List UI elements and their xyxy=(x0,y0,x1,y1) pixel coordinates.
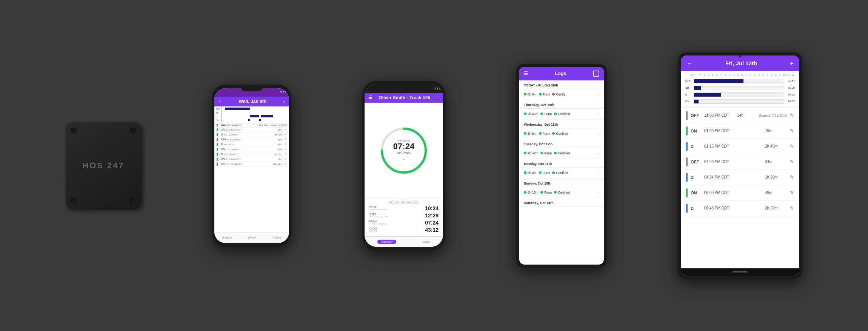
badge-dot-green-1 xyxy=(524,93,526,95)
log-entry-tue[interactable]: 7h 42m Form Certified › xyxy=(519,148,604,159)
phone2-notch xyxy=(392,81,416,88)
driving-time: 07:24 xyxy=(393,142,414,151)
detail-status-3: OFF xyxy=(691,160,701,164)
col-7: 7 xyxy=(719,74,723,77)
detail-edit-4[interactable]: ✎ xyxy=(790,174,794,180)
chart-grid: OFF SB D xyxy=(216,107,288,122)
detail-status-1: ON xyxy=(691,129,701,133)
tablet2-add-btn[interactable]: + xyxy=(790,60,793,66)
log-entry-wed[interactable]: 8h 6m Form Certified › xyxy=(519,128,604,139)
col-9: 9 xyxy=(728,74,732,77)
chevron-down-icon: ⌄ xyxy=(402,157,405,161)
detail-chart-rows: OFF 13.57 SB 02.00 D xyxy=(685,78,795,105)
detail-log-item-0: OFF 11:00 PM CDT 14h Started: 7/11/2019 … xyxy=(681,108,799,123)
phone2-menu-btn[interactable]: ☰ xyxy=(368,95,372,100)
log-edit-1[interactable]: ✎ xyxy=(285,133,287,136)
detail-time-5: 06:00 PM CDT xyxy=(704,191,762,195)
tablet1-title: Logs xyxy=(555,71,566,76)
log-edit-5[interactable]: ✎ xyxy=(285,153,287,156)
log-edit-7[interactable]: ✎ xyxy=(285,163,287,166)
log-header-time: 05:13 AM CST xyxy=(227,124,249,126)
log-date-thu: Thursday, Oct 19th xyxy=(524,103,554,107)
badge-form-wed: Form xyxy=(539,132,550,135)
badge-dot-red-1 xyxy=(552,93,555,95)
tablet2-camera xyxy=(739,55,742,58)
nav-summary[interactable]: Summary xyxy=(377,240,396,244)
log-dot-off-header xyxy=(217,124,219,126)
log-edit-3[interactable]: ✎ xyxy=(285,143,287,146)
chevron-right-icon-wed: › xyxy=(598,131,599,136)
badge-time-today: 0h 0m xyxy=(524,92,537,96)
detail-dur-2: 2h 45m xyxy=(765,144,784,148)
badge-dot-mon-2 xyxy=(539,171,542,174)
main-scene: HOS 247 5:31 ← Wed, Jan 8th + OFF xyxy=(0,0,868,331)
nav-certify[interactable]: ✓ Certify xyxy=(271,236,282,239)
detail-edit-0[interactable]: ✎ xyxy=(790,112,794,118)
chart-row-off: OFF xyxy=(216,107,288,111)
detail-status-2: D xyxy=(691,144,701,149)
phone2-icon-btn[interactable]: □ xyxy=(437,95,439,100)
log-entry-sun[interactable]: 8h 15m Form Certified › xyxy=(519,187,604,198)
log-edit-0[interactable]: ✎ xyxy=(285,128,287,131)
phone1-add-btn[interactable]: + xyxy=(283,99,285,104)
corner-br xyxy=(130,198,136,204)
log-edit-6[interactable]: ✎ xyxy=(285,158,287,161)
log-entry-today[interactable]: 0h 0m Form Certify › xyxy=(519,89,604,100)
badge-time-sun: 8h 15m xyxy=(524,191,538,194)
log-dur-6: 17m xyxy=(277,158,282,160)
col-2: 2 xyxy=(698,74,702,77)
col-6b: 6 xyxy=(765,74,770,77)
hamburger-icon[interactable]: ☰ xyxy=(524,71,528,76)
tablet2-home-bar-area xyxy=(681,268,799,276)
log-badges-sun: 8h 15m Form Certified xyxy=(524,191,570,194)
chevron-right-icon-thu: › xyxy=(598,112,599,116)
detail-ind-d-6 xyxy=(686,204,688,213)
log-entry-thu[interactable]: 7h 46m Form Certified › xyxy=(519,109,604,120)
hos-row-cycle: CYCLE USA 70-8 43:12 xyxy=(369,227,439,233)
phone1-back-btn[interactable]: ← xyxy=(218,99,222,104)
col-5: 5 xyxy=(711,74,715,77)
chevron-right-icon-today: › xyxy=(598,92,599,97)
log-item-1: D 01:45 AM CST 4h 18m ✎ xyxy=(214,132,289,137)
log-badges-tue: 7h 42m Form Certified xyxy=(524,151,570,155)
log-edit-2[interactable]: ✎ xyxy=(285,138,287,141)
hos-cycle-sublabel: USA 70-8 xyxy=(369,230,377,232)
log-status-4: ON xyxy=(221,148,225,151)
home-bar-indicator xyxy=(733,271,748,272)
dcr-fill-sb xyxy=(694,86,701,90)
log-entry-mon[interactable]: 8h 4m Form Certified › xyxy=(519,168,604,179)
hos-cycle-value: 43:12 xyxy=(425,227,439,233)
log-date-sun: Sunday, Oct 15th xyxy=(524,182,551,185)
badge-text-sun-1: 8h 15m xyxy=(528,191,538,194)
detail-edit-5[interactable]: ✎ xyxy=(790,190,794,196)
log-time-3: 06:34 CST xyxy=(224,143,247,146)
nav-recap[interactable]: Recap xyxy=(422,240,430,243)
nav-events[interactable]: ⊞ Events xyxy=(222,236,232,239)
tablet2-back-btn[interactable]: ← xyxy=(687,60,693,66)
chart-label-sb: SB xyxy=(216,112,221,114)
hos-section-title: HOURS OF SERVICE xyxy=(369,201,439,204)
detail-log-item-3: OFF 04:00 PM CDT 34m ✎ xyxy=(681,154,799,170)
detail-ind-d-2 xyxy=(686,142,688,151)
log-time-6: 11:30 AM CST xyxy=(226,158,249,160)
detail-time-2: 01:15 PM CDT xyxy=(704,144,762,148)
nav-form[interactable]: ☰ Form xyxy=(248,236,256,239)
log-dot-1 xyxy=(217,133,219,136)
badge-cert-mon: Certified xyxy=(552,171,568,175)
driving-circle: Remaining 07:24 DRIVING ⌄ xyxy=(379,126,428,175)
phone2-header: ☰ Oliver Smith - Truck #25 □ xyxy=(365,93,443,103)
log-group-sun: Sunday, Oct 15th xyxy=(519,179,604,187)
badge-text-2: Form xyxy=(543,92,550,96)
detail-edit-6[interactable]: ✎ xyxy=(790,205,794,211)
detail-edit-1[interactable]: ✎ xyxy=(790,128,794,134)
log-badges-thu: 7h 46m Form Certified xyxy=(524,112,570,116)
detail-edit-2[interactable]: ✎ xyxy=(790,143,794,149)
hos-break-sublabel: 30 Minute Rest Break xyxy=(369,223,387,225)
badge-dot-thu-1 xyxy=(524,112,526,115)
log-status-2: OFF xyxy=(221,138,226,141)
square-icon[interactable] xyxy=(593,71,599,77)
log-date-tue: Tuesday, Oct 17th xyxy=(524,142,553,146)
log-badges-wed: 8h 6m Form Certified xyxy=(524,132,568,135)
detail-edit-3[interactable]: ✎ xyxy=(790,159,794,165)
log-edit-4[interactable]: ✎ xyxy=(285,148,287,151)
